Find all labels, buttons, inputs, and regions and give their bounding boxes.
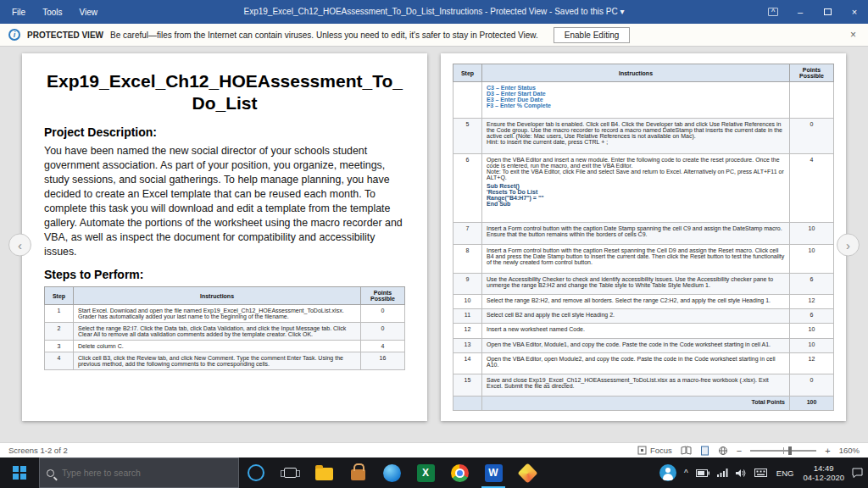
step-cell: 6 xyxy=(453,154,482,223)
network-button[interactable] xyxy=(717,469,728,477)
instructions-cell: C3 – Enter Status D3 – Enter Start Date … xyxy=(482,82,790,119)
protected-view-bar: i PROTECTED VIEW Be careful—files from t… xyxy=(0,24,868,47)
step-row: 10Select the range B2:H2, and remove all… xyxy=(453,295,834,309)
step-cell: 5 xyxy=(453,118,482,154)
instructions-header: Instructions xyxy=(482,64,790,82)
taskbar-search[interactable] xyxy=(39,458,239,488)
menu-tools[interactable]: Tools xyxy=(42,8,62,17)
instructions-cell: Ensure the Developer tab is enabled. Cli… xyxy=(482,118,790,154)
menu-file[interactable]: File xyxy=(12,8,25,17)
menu-view[interactable]: View xyxy=(79,8,97,17)
taskbar-app-excel[interactable]: X xyxy=(409,458,442,488)
clock[interactable]: 14:49 04-12-2020 xyxy=(803,463,844,482)
volume-icon xyxy=(736,469,747,478)
step-cell: 1 xyxy=(45,305,74,323)
step-header: Step xyxy=(453,64,482,82)
step-cell: 9 xyxy=(453,273,482,295)
instructions-cell: Open the VBA Editor and insert a new mod… xyxy=(482,154,790,223)
instructions-cell: Insert a Form control button with the ca… xyxy=(482,244,790,273)
step-row: 11Select cell B2 and apply the cell styl… xyxy=(453,309,834,324)
points-cell: 10 xyxy=(790,324,834,338)
step-row: 8Insert a Form control button with the c… xyxy=(453,244,834,273)
print-layout-button[interactable] xyxy=(700,446,709,456)
zoom-slider[interactable] xyxy=(750,450,816,452)
maximize-button[interactable] xyxy=(814,0,841,24)
web-layout-icon xyxy=(718,446,728,456)
step-cell: 10 xyxy=(453,295,482,309)
touch-keyboard-icon xyxy=(754,469,767,477)
zoom-notch xyxy=(783,447,784,454)
points-cell: 12 xyxy=(790,352,834,374)
volume-button[interactable] xyxy=(736,469,747,478)
enable-editing-button[interactable]: Enable Editing xyxy=(554,27,631,43)
instructions-cell: Delete column C. xyxy=(74,341,361,352)
maximize-icon xyxy=(824,8,832,15)
zoom-slider-thumb[interactable] xyxy=(788,446,792,455)
total-row: Total Points100 xyxy=(453,396,834,410)
windows-taskbar: X W ^ ENG 14:49 04-12-2020 xyxy=(0,458,868,488)
zoom-level[interactable]: 160% xyxy=(839,446,860,455)
step-cell: 12 xyxy=(453,324,482,338)
step-row: 3Delete column C.4 xyxy=(45,341,405,352)
points-cell xyxy=(790,82,834,119)
taskbar-app-word[interactable]: W xyxy=(476,458,510,488)
steps-table-page2: Step Instructions Points Possible C3 – E… xyxy=(453,64,834,411)
ribbon-display-options-button[interactable]: ^ xyxy=(760,0,787,24)
points-header: Points Possible xyxy=(361,287,405,305)
table-header-row: Step Instructions Points Possible xyxy=(45,287,405,305)
close-button[interactable]: × xyxy=(841,0,868,24)
step-row: 6Open the VBA Editor and insert a new mo… xyxy=(453,154,834,223)
shield-info-icon: i xyxy=(8,29,20,41)
instructions-cell: Open the VBA Editor, open Module2, and c… xyxy=(482,352,790,374)
search-input[interactable] xyxy=(60,467,231,479)
status-bar: Screens 1-2 of 2 Focus − + 160% xyxy=(0,442,868,458)
points-cell: 10 xyxy=(790,222,834,244)
tray-user-button[interactable] xyxy=(659,464,676,481)
ribbon-display-options-icon: ^ xyxy=(768,8,778,16)
action-center-button[interactable] xyxy=(852,468,863,478)
instructions-cell: Click cell B3, click the Review tab, and… xyxy=(74,352,361,370)
step-cell: 7 xyxy=(453,222,482,244)
vba-code-block: Sub Reset() 'Resets To Do List Range("B4… xyxy=(487,183,785,207)
previous-screen-button[interactable]: ‹ xyxy=(8,233,31,256)
instructions-cell: Use the Accessibility Checker to check a… xyxy=(482,273,790,295)
step-row: 5Ensure the Developer tab is enabled. Cl… xyxy=(453,118,834,154)
language-indicator[interactable]: ENG xyxy=(775,469,796,478)
protected-view-message: Be careful—files from the Internet can c… xyxy=(110,30,538,40)
zoom-out-button[interactable]: − xyxy=(737,446,742,456)
minimize-button[interactable]: – xyxy=(787,0,814,24)
taskbar-app-file-explorer[interactable] xyxy=(307,458,341,488)
read-mode-button[interactable] xyxy=(681,446,692,455)
points-cell: 16 xyxy=(361,352,405,370)
notification-icon xyxy=(852,468,863,478)
steps-table-page1: Step Instructions Points Possible 1Start… xyxy=(44,286,405,370)
step-row: 4Click cell B3, click the Review tab, an… xyxy=(45,352,405,370)
step-row: 2Select the range B2:I7. Click the Data … xyxy=(45,323,405,341)
step-row: C3 – Enter Status D3 – Enter Start Date … xyxy=(453,82,834,119)
battery-button[interactable] xyxy=(696,469,709,477)
focus-button[interactable]: Focus xyxy=(637,446,672,455)
step-header: Step xyxy=(45,287,74,305)
taskbar-app-chrome[interactable] xyxy=(442,458,476,488)
chrome-icon xyxy=(451,464,469,482)
step-row: 7Insert a Form control button with the c… xyxy=(453,222,834,244)
web-layout-button[interactable] xyxy=(718,446,728,456)
start-button[interactable] xyxy=(0,458,39,488)
points-cell: 6 xyxy=(790,309,834,324)
cortana-button[interactable] xyxy=(239,458,273,488)
show-hidden-icons-button[interactable]: ^ xyxy=(684,469,688,478)
zoom-in-button[interactable]: + xyxy=(825,446,830,456)
taskbar-app-edge[interactable] xyxy=(375,458,409,488)
steps-to-perform-heading: Steps to Perform: xyxy=(44,268,405,281)
touch-keyboard-button[interactable] xyxy=(754,469,767,477)
task-view-button[interactable] xyxy=(273,458,307,488)
project-description-body: You have been named the new social direc… xyxy=(44,144,405,260)
taskbar-app-misc[interactable] xyxy=(510,458,544,488)
message-bar-close-icon[interactable]: × xyxy=(847,29,860,41)
next-screen-button[interactable]: › xyxy=(837,233,860,256)
step-row: 14Open the VBA Editor, open Module2, and… xyxy=(453,352,834,374)
taskbar-app-store[interactable] xyxy=(341,458,375,488)
instructions-cell: Insert a Form control button with the ca… xyxy=(482,222,790,244)
points-header: Points Possible xyxy=(790,64,834,82)
step-cell: 15 xyxy=(453,374,482,396)
